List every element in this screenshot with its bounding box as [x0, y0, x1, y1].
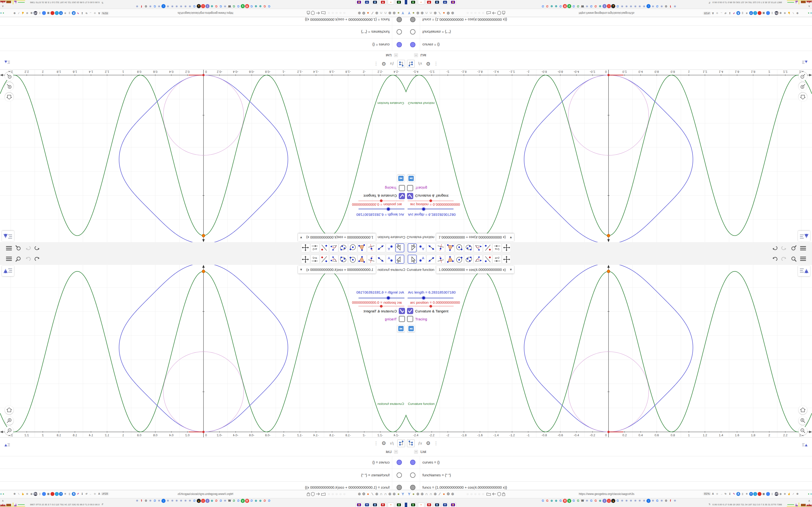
tab-f[interactable]: f: [668, 499, 672, 503]
main-menu-button[interactable]: [5, 256, 12, 263]
thumbs-up-icon[interactable]: ☝: [787, 11, 791, 15]
globe-icon[interactable]: ⊕: [420, 491, 424, 497]
tab-flower[interactable]: ✳: [188, 4, 192, 8]
algebra-more-button[interactable]: ⋮: [434, 439, 439, 447]
tool-circle-button[interactable]: [455, 255, 464, 264]
shield-icon[interactable]: [311, 11, 315, 15]
tab-flower[interactable]: ✳: [179, 499, 183, 503]
tab-flower[interactable]: ✳: [651, 4, 655, 8]
gear-icon[interactable]: ⚙: [361, 10, 366, 16]
tab-google[interactable]: G: [576, 4, 580, 8]
tab-flower[interactable]: ✳: [660, 4, 664, 8]
proxy-globe-icon[interactable]: ⊕: [783, 492, 787, 496]
curvature-tangent-checkbox[interactable]: [399, 193, 405, 199]
algebra-row-funcs[interactable]: funcs = {1.000000000000 + cos(4.00000000…: [0, 17, 406, 25]
visibility-toggle[interactable]: [410, 29, 415, 35]
globe-icon[interactable]: ⊕: [416, 10, 420, 16]
tab-google[interactable]: G: [153, 499, 157, 503]
visibility-toggle[interactable]: [410, 17, 415, 22]
tool-circle-button[interactable]: [348, 255, 357, 264]
main-menu-button[interactable]: [800, 256, 807, 263]
globe-icon[interactable]: ⊕: [374, 491, 379, 497]
pinned-tab-firefox[interactable]: ●: [388, 0, 394, 4]
tab-globe[interactable]: ⊕: [598, 4, 602, 8]
headset-icon[interactable]: ∩: [383, 10, 388, 16]
function-formula-value[interactable]: 1.000000000000 + cos(4.000000000000 x): [304, 236, 376, 239]
algebra-row-funcs[interactable]: funcs = {1.000000000000 + cos(4.00000000…: [406, 482, 812, 490]
disabled-extension-icon[interactable]: ○: [331, 10, 335, 16]
tab-flower[interactable]: ✳: [624, 499, 628, 503]
tab-flower[interactable]: ✳: [585, 4, 589, 8]
tool-move-view-button[interactable]: [502, 255, 511, 264]
tool-point-button[interactable]: A: [386, 243, 395, 252]
arc-position-slider[interactable]: [358, 305, 404, 307]
algebra-settings-button[interactable]: ⚙: [380, 439, 388, 447]
ud-shield-icon[interactable]: UD: [34, 492, 38, 496]
pinned-tab-floppy[interactable]: 64: [364, 0, 370, 4]
pinned-tab-monitor[interactable]: ▣: [372, 503, 378, 507]
list-group-row[interactable]: − List: [0, 51, 406, 58]
tab-gear[interactable]: ⚙: [664, 499, 668, 503]
tab-google[interactable]: G: [558, 499, 563, 503]
tab-circle-blue[interactable]: ○: [161, 4, 165, 8]
back-arrow-icon[interactable]: [492, 492, 496, 496]
home-view-button[interactable]: [5, 93, 13, 101]
tab-flower[interactable]: ✳: [642, 4, 646, 8]
tab-flower[interactable]: ✳: [629, 4, 633, 8]
visibility-toggle[interactable]: [397, 485, 402, 490]
tool-angle-button[interactable]: α: [329, 243, 338, 252]
reload-icon[interactable]: ↻: [85, 11, 89, 15]
globe-icon[interactable]: ⊕: [388, 491, 392, 497]
panel-toggle-button[interactable]: [4, 59, 10, 65]
avatar-icon[interactable]: ●: [396, 10, 401, 16]
tab-globe[interactable]: ⊕: [210, 4, 214, 8]
record-icon[interactable]: [758, 11, 761, 15]
tab-f[interactable]: f: [668, 4, 672, 8]
graphics-view[interactable]: -2.4-2.2-2-1.8-1.6-1.4-1.2-1-0.8-0.6-0.4…: [406, 265, 812, 437]
tab-google[interactable]: G: [576, 499, 580, 503]
forward-icon[interactable]: →: [89, 492, 93, 496]
visibility-toggle[interactable]: [410, 42, 415, 47]
arc-position-slider[interactable]: [408, 200, 454, 202]
tab-globe[interactable]: ⊕: [554, 499, 558, 503]
panel-toggle-button[interactable]: [802, 442, 808, 448]
undo-button[interactable]: [771, 256, 779, 263]
slider-knob[interactable]: [380, 200, 383, 202]
back-arrow-icon[interactable]: [316, 492, 320, 496]
reload-icon[interactable]: ↻: [724, 11, 728, 15]
status-dot[interactable]: ●: [809, 492, 812, 496]
tool-ellipse-button[interactable]: [339, 255, 348, 264]
tab-circle-blue[interactable]: ○: [161, 499, 165, 503]
tab-flower[interactable]: ✳: [175, 4, 179, 8]
tab-gear[interactable]: ⚙: [664, 4, 668, 8]
search-button[interactable]: [790, 256, 798, 263]
ud-shield-icon[interactable]: UD: [774, 492, 778, 496]
page-zoom-badge[interactable]: 81%: [703, 12, 711, 15]
trash-icon[interactable]: ▥: [46, 11, 50, 15]
thumbs-up-icon[interactable]: ☝: [21, 492, 25, 496]
tab-globe[interactable]: ⊕: [258, 499, 262, 503]
proxy-globe-icon[interactable]: ⊕: [26, 11, 29, 15]
pinned-tab-gear-red[interactable]: ⚙: [379, 0, 386, 4]
tab-circle-blue[interactable]: ○: [647, 499, 651, 503]
tool-move-view-button[interactable]: [301, 255, 310, 264]
gear-icon[interactable]: ⚙: [361, 491, 366, 497]
undo-button[interactable]: [33, 256, 41, 263]
lock-icon[interactable]: [307, 11, 310, 15]
tab-google[interactable]: G: [249, 4, 254, 8]
tab-google[interactable]: G: [192, 4, 197, 8]
tab-google[interactable]: G: [594, 4, 598, 8]
slider-knob[interactable]: [386, 207, 391, 211]
firefox-icon[interactable]: ●: [366, 491, 370, 497]
show-expressions-button[interactable]: ƒx: [388, 439, 396, 447]
tab-f[interactable]: f: [140, 499, 144, 503]
tab-flower[interactable]: ✳: [620, 4, 624, 8]
tab-google[interactable]: G: [263, 499, 267, 503]
translate-badge-icon[interactable]: A: [72, 11, 75, 15]
tab-globe[interactable]: ⊕: [210, 499, 214, 503]
search-button[interactable]: [790, 244, 798, 251]
sort-objects-button[interactable]: [407, 60, 415, 68]
globe-icon[interactable]: ⊕: [374, 10, 379, 16]
tab-duck[interactable]: ∨: [567, 499, 571, 503]
back-arrow-icon[interactable]: [492, 11, 496, 15]
